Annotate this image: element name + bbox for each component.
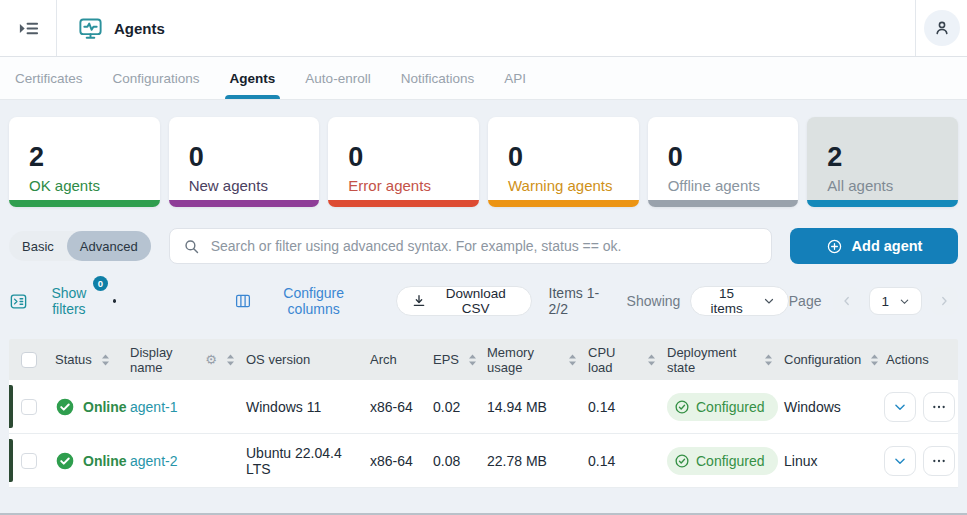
- prev-page-button[interactable]: [833, 287, 861, 315]
- mode-advanced-button[interactable]: Advanced: [67, 231, 151, 261]
- cpu-load-cell: 0.14: [578, 453, 657, 469]
- page-number-value: 1: [881, 294, 889, 309]
- deployment-state-badge: Configured: [667, 447, 778, 475]
- sidebar-expand-icon: [17, 17, 40, 40]
- check-circle-outline-icon: [674, 399, 690, 415]
- stat-cards: 2 OK agents 0 New agents 0 Error agents …: [9, 117, 958, 207]
- show-filters-button[interactable]: Show filters 0: [9, 285, 101, 317]
- add-agent-button[interactable]: Add agent: [790, 228, 958, 264]
- check-circle-outline-icon: [674, 453, 690, 469]
- search-mode-toggle: Basic Advanced: [9, 231, 151, 261]
- eps-cell: 0.08: [423, 453, 477, 469]
- stat-strip: [328, 200, 479, 207]
- sort-icon: [225, 353, 236, 367]
- column-header-configuration[interactable]: Configuration: [774, 352, 876, 367]
- os-version-cell: Windows 11: [236, 399, 360, 415]
- stat-card-error[interactable]: 0 Error agents: [328, 117, 479, 207]
- download-csv-button[interactable]: Download CSV: [396, 286, 532, 316]
- plus-circle-icon: [826, 238, 843, 255]
- monitor-pulse-icon: [77, 15, 104, 42]
- column-header-status[interactable]: Status: [45, 352, 120, 367]
- tab-auto-enroll[interactable]: Auto-enroll: [290, 57, 385, 99]
- filter-row: Basic Advanced Add agent: [9, 228, 958, 264]
- user-menu-button[interactable]: [924, 10, 960, 46]
- column-header-eps[interactable]: EPS: [423, 352, 477, 367]
- page-size-select[interactable]: 15 items: [690, 286, 788, 316]
- next-page-button[interactable]: [930, 287, 958, 315]
- tab-notifications[interactable]: Notifications: [386, 57, 490, 99]
- arch-cell: x86-64: [360, 399, 423, 415]
- stat-card-ok[interactable]: 2 OK agents: [9, 117, 160, 207]
- showing-label: Showing: [627, 293, 681, 309]
- stat-value: 0: [668, 142, 683, 172]
- unsaved-dot-indicator: [113, 299, 117, 303]
- row-actions-menu-button[interactable]: [923, 446, 955, 476]
- tab-api[interactable]: API: [489, 57, 541, 99]
- stat-card-new[interactable]: 0 New agents: [169, 117, 320, 207]
- stat-card-warning[interactable]: 0 Warning agents: [488, 117, 639, 207]
- tab-bar: Certificates Configurations Agents Auto-…: [0, 57, 967, 100]
- stat-strip: [807, 200, 958, 207]
- download-icon: [411, 293, 427, 309]
- top-bar: Agents: [0, 0, 967, 57]
- person-icon: [932, 18, 952, 38]
- stat-label: Offline agents: [668, 177, 799, 194]
- column-header-display-name[interactable]: Display name ⚙: [120, 345, 236, 375]
- status-cell: Online: [45, 397, 120, 417]
- stat-value: 0: [348, 142, 363, 172]
- column-header-memory-usage[interactable]: Memory usage: [477, 345, 578, 375]
- sort-icon: [646, 353, 657, 367]
- table-row: Online agent-1 Windows 11 x86-64 0.02 14…: [9, 380, 958, 434]
- memory-usage-cell: 22.78 MB: [477, 453, 578, 469]
- tab-configurations[interactable]: Configurations: [98, 57, 215, 99]
- columns-icon: [234, 292, 252, 310]
- mode-basic-button[interactable]: Basic: [9, 231, 67, 261]
- filter-panel-icon: [9, 292, 28, 311]
- stat-card-offline[interactable]: 0 Offline agents: [648, 117, 799, 207]
- stat-strip: [9, 200, 160, 207]
- page-number-select[interactable]: 1: [869, 287, 922, 315]
- column-header-actions: Actions: [876, 352, 958, 367]
- select-all-checkbox[interactable]: [21, 352, 37, 368]
- row-checkbox[interactable]: [21, 399, 37, 415]
- search-box: [169, 228, 772, 264]
- row-actions-menu-button[interactable]: [923, 392, 955, 422]
- pagination: Page 1: [789, 287, 958, 315]
- sort-icon: [100, 353, 111, 367]
- configure-columns-button[interactable]: Configure columns: [234, 285, 365, 317]
- stat-value: 0: [508, 142, 523, 172]
- gear-icon[interactable]: ⚙: [205, 353, 217, 366]
- expand-row-button[interactable]: [884, 392, 916, 422]
- page-label: Page: [789, 293, 822, 309]
- chevron-down-icon: [763, 295, 775, 307]
- column-header-cpu-load[interactable]: CPU load: [578, 345, 657, 375]
- sidebar-toggle-button[interactable]: [0, 0, 57, 56]
- column-header-deployment-state[interactable]: Deployment state: [657, 345, 774, 375]
- stat-value: 2: [827, 142, 842, 172]
- search-input[interactable]: [211, 238, 758, 254]
- memory-usage-cell: 14.94 MB: [477, 399, 578, 415]
- stat-label: Warning agents: [508, 177, 639, 194]
- configuration-cell: Linux: [774, 453, 876, 469]
- filters-count-badge: 0: [93, 276, 108, 291]
- download-csv-label: Download CSV: [435, 286, 517, 316]
- row-checkbox[interactable]: [21, 453, 37, 469]
- table-header-row: Status Display name ⚙ OS version Arch EP…: [9, 339, 958, 380]
- chevron-down-icon: [893, 400, 907, 414]
- items-range-text: Items 1-2/2: [549, 285, 613, 317]
- deployment-state-badge: Configured: [667, 393, 778, 421]
- stat-strip: [488, 200, 639, 207]
- stat-value: 0: [189, 142, 204, 172]
- tab-agents[interactable]: Agents: [215, 57, 291, 99]
- agent-name-link[interactable]: agent-1: [130, 399, 177, 415]
- stat-strip: [648, 200, 799, 207]
- stat-card-all[interactable]: 2 All agents: [807, 117, 958, 207]
- sort-icon: [567, 353, 578, 367]
- expand-row-button[interactable]: [884, 446, 916, 476]
- tab-certificates[interactable]: Certificates: [0, 57, 98, 99]
- configure-columns-label: Configure columns: [261, 285, 365, 317]
- arch-cell: x86-64: [360, 453, 423, 469]
- stat-label: All agents: [827, 177, 958, 194]
- agent-name-link[interactable]: agent-2: [130, 453, 177, 469]
- add-agent-label: Add agent: [852, 238, 923, 254]
